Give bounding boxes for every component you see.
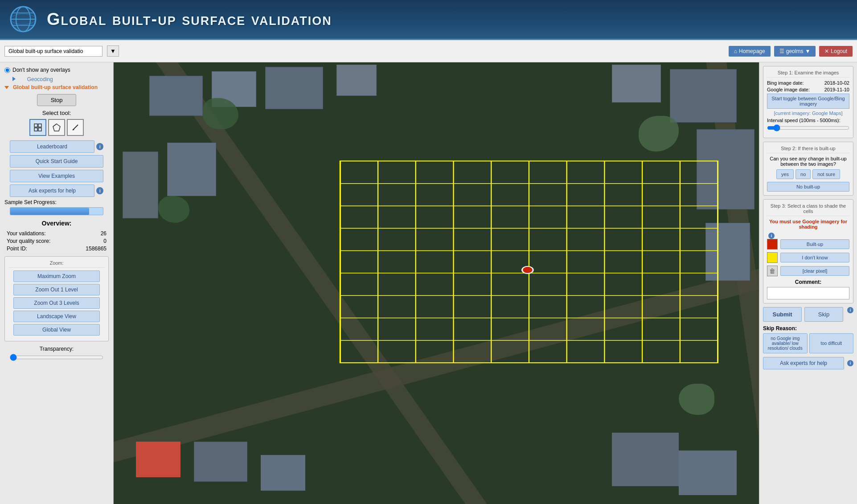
google-date-row: Google image date: 2019-11-10 — [767, 87, 849, 92]
submit-button[interactable]: Submit — [763, 307, 802, 322]
map-area[interactable] — [114, 62, 759, 504]
skip-too-difficult-button[interactable]: too difficult — [809, 333, 854, 353]
toggle-imagery-button[interactable]: Start toggle between Google/Bing imagery — [767, 94, 849, 109]
clear-pixel-class-row: 🗑 [clear pixel] — [767, 266, 849, 276]
svg-rect-10 — [38, 128, 41, 131]
max-zoom-button[interactable]: Maximum Zoom — [13, 270, 100, 282]
global-view-button[interactable]: Global View — [13, 324, 100, 336]
ask-experts-info-icon-right[interactable]: i — [847, 360, 853, 366]
submit-info-icon[interactable]: i — [847, 307, 853, 313]
validations-row: Your validations: 26 — [4, 230, 109, 237]
building-9 — [697, 129, 754, 209]
no-overlay-input[interactable] — [4, 67, 10, 73]
geocoding-item[interactable]: Geocoding — [12, 76, 109, 82]
building-1 — [149, 76, 203, 116]
landscape-view-button[interactable]: Landscape View — [13, 311, 100, 322]
point-id-value: 1586865 — [86, 246, 107, 252]
leaderboard-row: Leaderboard i — [10, 140, 104, 153]
google-date-value: 2019-11-10 — [824, 87, 849, 92]
homepage-button[interactable]: ⌂ Homepage — [729, 46, 771, 57]
step3-info-icon[interactable]: i — [768, 233, 775, 239]
transparency-slider[interactable] — [10, 354, 104, 361]
app-dropdown-arrow[interactable]: ▼ — [107, 45, 119, 57]
geolms-arrow-icon: ▼ — [805, 48, 810, 54]
ask-experts-info-icon[interactable]: i — [96, 187, 103, 194]
building-5 — [670, 69, 737, 123]
step1-box: Step 1: Examine the images Bing image da… — [763, 66, 853, 138]
building-6 — [612, 65, 661, 102]
building-12 — [261, 455, 305, 491]
building-red-roof — [136, 442, 180, 477]
main-layout: Don't show any overlays Geocoding Global… — [0, 62, 857, 504]
geocoding-arrow-icon — [12, 77, 16, 81]
built-up-question: Can you see any change in built-up betwe… — [767, 156, 849, 167]
comment-input[interactable] — [767, 287, 849, 299]
overview-title: Overview: — [4, 220, 109, 227]
app-dropdown[interactable]: Global built-up surface validatio — [4, 46, 103, 57]
quality-row: Your quality score: 0 — [4, 238, 109, 244]
select-tool-label: Select tool: — [4, 110, 109, 116]
building-13 — [612, 433, 679, 486]
no-buildup-button[interactable]: No built-up — [767, 182, 849, 192]
point-id-label: Point ID: — [7, 246, 27, 252]
pencil-tool-button[interactable] — [67, 119, 84, 136]
step3-title: Step 3: Select a class to shade the cell… — [767, 203, 849, 216]
step1-title: Step 1: Examine the images — [767, 70, 849, 78]
zoom-title: Zoom: — [8, 260, 105, 268]
skip-reason-label: Skip Reason: — [763, 325, 853, 332]
toolbar-right: ⌂ Homepage ☰ geolms ▼ ✕ Logout — [729, 46, 853, 57]
dont-know-class-button[interactable]: I don't know — [780, 253, 849, 262]
buildup-class-row: Built-up — [767, 239, 849, 250]
validation-arrow-icon — [4, 86, 9, 89]
page-title: Global built-up surface validation — [47, 10, 332, 29]
interval-slider[interactable] — [767, 124, 849, 131]
skip-no-google-button[interactable]: no Google img available/ low resolution/… — [763, 333, 808, 353]
bing-date-value: 2018-10-02 — [824, 80, 849, 86]
building-10 — [705, 223, 750, 281]
toolbar-left: Global built-up surface validatio ▼ — [4, 45, 119, 57]
globe-logo — [9, 5, 38, 34]
logout-button[interactable]: ✕ Logout — [819, 46, 853, 57]
header: Global built-up surface validation — [0, 0, 857, 40]
sidebar: Don't show any overlays Geocoding Global… — [0, 62, 114, 504]
buildup-class-button[interactable]: Built-up — [780, 239, 849, 249]
validations-value: 26 — [101, 230, 107, 237]
progress-bar-fill — [10, 208, 89, 215]
skip-button[interactable]: Skip — [804, 307, 843, 322]
geolms-button[interactable]: ☰ geolms ▼ — [774, 46, 816, 57]
no-overlay-radio[interactable]: Don't show any overlays — [4, 67, 109, 73]
app-dropdown-label: Global built-up surface validatio — [8, 48, 83, 54]
ask-experts-right-button[interactable]: Ask experts for help — [763, 357, 844, 369]
dont-know-class-row: I don't know — [767, 252, 849, 263]
leaderboard-info-icon[interactable]: i — [96, 143, 103, 150]
current-imagery-link[interactable]: [current imagery: Google Maps] — [767, 111, 849, 116]
leaderboard-button[interactable]: Leaderboard — [10, 140, 95, 153]
home-icon: ⌂ — [734, 48, 737, 54]
building-4 — [336, 65, 377, 96]
svg-marker-11 — [53, 124, 60, 131]
skip-reason-buttons: no Google img available/ low resolution/… — [763, 333, 853, 353]
geolms-icon: ☰ — [779, 48, 784, 54]
zoom-out-1-button[interactable]: Zoom Out 1 Level — [13, 284, 100, 295]
zoom-out-3-button[interactable]: Zoom Out 3 Levels — [13, 297, 100, 309]
svg-rect-7 — [34, 124, 37, 127]
answer-buttons: yes no not sure — [767, 169, 849, 179]
validation-item[interactable]: Global built-up surface validation — [4, 84, 109, 90]
building-11 — [194, 442, 247, 482]
building-14 — [679, 451, 737, 495]
dont-know-color-swatch — [767, 252, 778, 263]
view-examples-button[interactable]: View Examples — [10, 170, 104, 182]
toolbar: Global built-up surface validatio ▼ ⌂ Ho… — [0, 40, 857, 62]
stop-button[interactable]: Stop — [37, 94, 77, 106]
polygon-tool-button[interactable] — [48, 119, 65, 136]
no-button[interactable]: no — [795, 169, 811, 179]
yes-button[interactable]: yes — [776, 169, 794, 179]
not-sure-button[interactable]: not sure — [812, 169, 840, 179]
grid-tool-button[interactable] — [29, 119, 46, 136]
clear-pixel-button[interactable]: [clear pixel] — [780, 266, 849, 276]
ask-experts-sidebar-button[interactable]: Ask experts for help — [10, 184, 95, 197]
step2-box: Step 2: If there is built-up Can you see… — [763, 142, 853, 196]
submit-skip-row: Submit Skip i — [763, 307, 853, 322]
quick-start-button[interactable]: Quick Start Guide — [10, 155, 104, 168]
progress-bar — [10, 207, 104, 215]
